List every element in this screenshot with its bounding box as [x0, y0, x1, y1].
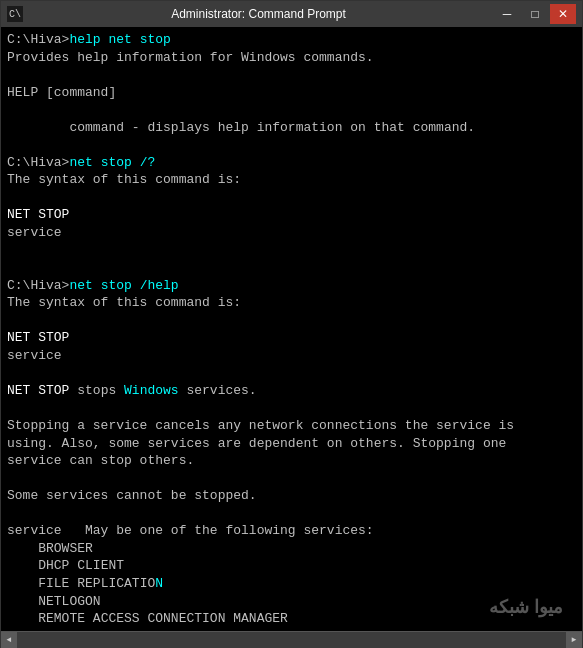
- console-line: command - displays help information on t…: [7, 119, 576, 137]
- console-line: [7, 399, 576, 417]
- console-line: [7, 470, 576, 488]
- console-line: service May be one of the following serv…: [7, 522, 576, 540]
- maximize-button[interactable]: □: [522, 4, 548, 24]
- console-line: Provides help information for Windows co…: [7, 49, 576, 67]
- console-line: [7, 189, 576, 207]
- console-line: C:\Hiva>net stop /?: [7, 154, 576, 172]
- console-line: [7, 364, 576, 382]
- console-line: [7, 136, 576, 154]
- horizontal-scrollbar[interactable]: ◄ ►: [1, 631, 582, 647]
- console-line: C:\Hiva>net stop /help: [7, 277, 576, 295]
- title-bar-left: C\: [7, 6, 23, 22]
- scroll-left-button[interactable]: ◄: [1, 632, 17, 648]
- console-line: [7, 259, 576, 277]
- console-line: REMOTE ACCESS CONNECTION MANAGER: [7, 610, 576, 628]
- console-line: NETLOGON: [7, 593, 576, 611]
- console-line: BROWSER: [7, 540, 576, 558]
- console-icon: C\: [7, 6, 23, 22]
- console-output: C:\Hiva>help net stopProvides help infor…: [1, 27, 582, 631]
- console-line: FILE REPLICATION: [7, 575, 576, 593]
- console-line: NET STOP stops Windows services.: [7, 382, 576, 400]
- console-line: NET STOP: [7, 329, 576, 347]
- minimize-button[interactable]: ─: [494, 4, 520, 24]
- title-bar-controls: ─ □ ✕: [494, 4, 576, 24]
- console-line: The syntax of this command is:: [7, 294, 576, 312]
- console-line: HELP [command]: [7, 84, 576, 102]
- scroll-track[interactable]: [17, 632, 566, 648]
- console-line: Some services cannot be stopped.: [7, 487, 576, 505]
- console-line: [7, 242, 576, 260]
- console-line: NET STOP: [7, 206, 576, 224]
- console-line: C:\Hiva>help net stop: [7, 31, 576, 49]
- console-line: [7, 312, 576, 330]
- console-line: service: [7, 347, 576, 365]
- console-line: DHCP CLIENT: [7, 557, 576, 575]
- console-line: [7, 505, 576, 523]
- console-line: service: [7, 224, 576, 242]
- close-button[interactable]: ✕: [550, 4, 576, 24]
- console-line: [7, 101, 576, 119]
- scroll-right-button[interactable]: ►: [566, 632, 582, 648]
- window-title: Administrator: Command Prompt: [23, 7, 494, 21]
- title-bar: C\ Administrator: Command Prompt ─ □ ✕: [1, 1, 582, 27]
- console-line: The syntax of this command is:: [7, 171, 576, 189]
- console-line: Stopping a service cancels any network c…: [7, 417, 576, 470]
- console-line: [7, 66, 576, 84]
